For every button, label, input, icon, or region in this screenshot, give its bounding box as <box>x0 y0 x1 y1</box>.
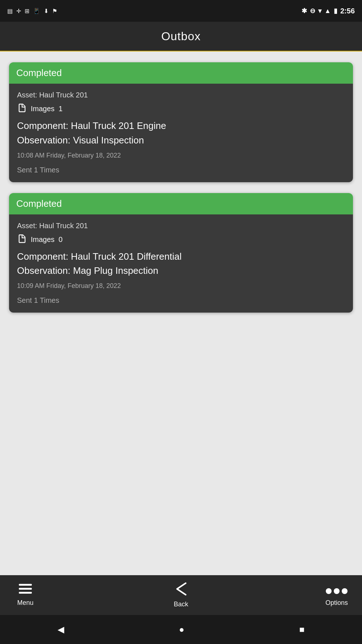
menu-icon <box>19 584 32 597</box>
card-timestamp-2: 10:09 AM Friday, February 18, 2022 <box>17 282 345 290</box>
card-timestamp-1: 10:08 AM Friday, February 18, 2022 <box>17 152 345 159</box>
card-images-row-1: Images 1 <box>17 103 345 115</box>
phone-icon: 📱 <box>33 8 40 14</box>
card-images-label-2: Images 0 <box>31 235 63 244</box>
card-body-2: Asset: Haul Truck 201 Images 0 Component… <box>9 214 353 313</box>
card-status-2: Completed <box>16 198 62 209</box>
battery-icon: ▮ <box>334 7 337 15</box>
svg-rect-2 <box>19 592 32 594</box>
page-title: Outbox <box>161 30 201 43</box>
card-status-1: Completed <box>16 67 62 78</box>
system-recent-button[interactable]: ■ <box>292 621 312 638</box>
document-icon-2 <box>17 234 27 246</box>
card-component-2: Component: Haul Truck 201 Differential <box>17 251 345 263</box>
nav-options[interactable]: Options <box>322 584 351 607</box>
card-component-1: Component: Haul Truck 201 Engine <box>17 120 345 132</box>
card-sent-1: Sent 1 Times <box>17 166 59 174</box>
back-label: Back <box>174 601 188 608</box>
svg-point-5 <box>342 588 348 594</box>
app-header: Outbox <box>0 22 362 51</box>
download-icon: ⬇ <box>44 8 49 14</box>
status-bar: ▤ ✛ ⊞ 📱 ⬇ ⚑ ✱ ⊖ ▾ ▲ ▮ 2:56 <box>0 0 362 22</box>
outbox-list: Completed Asset: Haul Truck 201 Images 1… <box>0 51 362 575</box>
options-icon <box>326 584 348 597</box>
svg-point-3 <box>326 588 332 594</box>
bottom-nav: Menu Back Options <box>0 575 362 615</box>
card-header-2: Completed <box>9 193 353 214</box>
card-observation-2: Observation: Mag Plug Inspection <box>17 265 345 277</box>
card-actions-2 <box>330 298 345 303</box>
wifi-icon: ▾ <box>318 7 321 15</box>
nav-menu[interactable]: Menu <box>11 584 40 607</box>
card-footer-1: Sent 1 Times <box>17 166 345 174</box>
delete-button-2[interactable] <box>341 298 345 303</box>
grid-icon: ⊞ <box>25 8 29 14</box>
outbox-card-1[interactable]: Completed Asset: Haul Truck 201 Images 1… <box>9 62 353 182</box>
bluetooth-icon: ✱ <box>302 7 307 15</box>
blocked-icon: ⊖ <box>310 7 315 15</box>
send-button-2[interactable] <box>330 298 334 303</box>
system-nav: ◀ ● ■ <box>0 615 362 644</box>
svg-point-4 <box>334 588 340 594</box>
sim-icon: ▤ <box>7 8 13 14</box>
card-asset-2: Asset: Haul Truck 201 <box>17 222 345 230</box>
card-body-1: Asset: Haul Truck 201 Images 1 Component… <box>9 84 353 182</box>
send-button-1[interactable] <box>330 168 334 172</box>
svg-rect-0 <box>19 584 32 586</box>
options-label: Options <box>325 599 348 607</box>
document-icon-1 <box>17 103 27 115</box>
status-icons-left: ▤ ✛ ⊞ 📱 ⬇ ⚑ <box>7 8 57 14</box>
outbox-card-2[interactable]: Completed Asset: Haul Truck 201 Images 0… <box>9 193 353 313</box>
card-sent-2: Sent 1 Times <box>17 296 59 305</box>
svg-rect-1 <box>19 588 32 590</box>
menu-label: Menu <box>17 599 33 607</box>
system-back-button[interactable]: ◀ <box>50 621 71 638</box>
back-icon <box>176 582 186 598</box>
status-icons-right: ✱ ⊖ ▾ ▲ ▮ 2:56 <box>302 7 355 15</box>
card-observation-1: Observation: Visual Inspection <box>17 134 345 147</box>
card-header-1: Completed <box>9 62 353 84</box>
nav-icon-status: ✛ <box>16 8 21 14</box>
delete-button-1[interactable] <box>341 168 345 172</box>
flag-icon: ⚑ <box>52 8 57 14</box>
card-footer-2: Sent 1 Times <box>17 296 345 305</box>
card-actions-1 <box>330 168 345 172</box>
clock: 2:56 <box>340 7 355 15</box>
card-asset-1: Asset: Haul Truck 201 <box>17 91 345 99</box>
nav-back[interactable]: Back <box>167 582 195 608</box>
card-images-label-1: Images 1 <box>31 105 63 113</box>
system-home-button[interactable]: ● <box>172 621 191 638</box>
card-images-row-2: Images 0 <box>17 234 345 246</box>
signal-icon: ▲ <box>324 7 331 15</box>
